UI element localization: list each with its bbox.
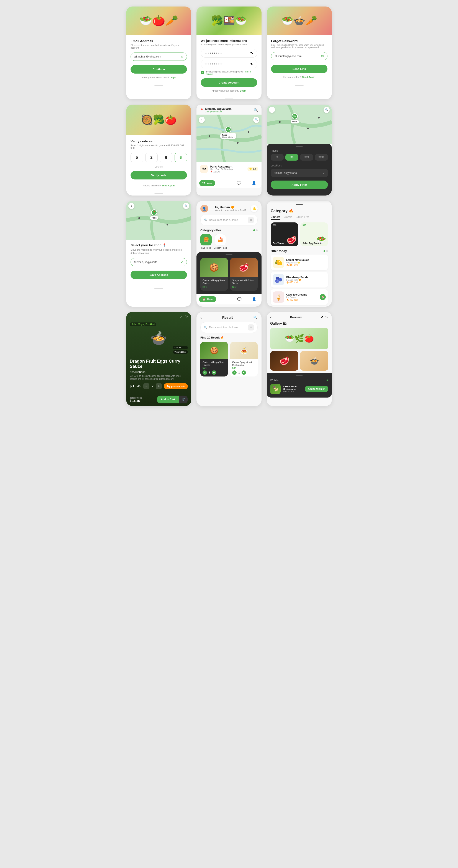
- heart-button[interactable]: ♡: [185, 315, 188, 319]
- otp-digit-2[interactable]: 2: [145, 153, 158, 162]
- back-button[interactable]: ‹: [130, 315, 131, 319]
- send-again-link[interactable]: Send Again: [162, 184, 174, 187]
- price-btn-4[interactable]: $$$$: [315, 154, 328, 161]
- nav-maps[interactable]: 🗺 Maps: [199, 180, 215, 186]
- otp-digit-3[interactable]: 6: [160, 153, 172, 162]
- pagination-dots: [253, 229, 258, 231]
- offer-item-2[interactable]: 🫐 Blackberry Sands Fresh Fruits 🧡 🔥 450 …: [271, 272, 328, 287]
- tab-gluten-free[interactable]: Gluten Free: [296, 215, 309, 220]
- login-link[interactable]: Login: [170, 76, 176, 79]
- search-icon-map[interactable]: 🔍: [254, 108, 258, 112]
- email-input[interactable]: ali.muhtar@yahoo.com ✉: [131, 53, 187, 61]
- featured-beef-steak[interactable]: $78 🥩 Beef Steak: [271, 222, 298, 246]
- offer-2-sub: Fresh Fruits 🧡: [286, 279, 326, 281]
- qty-control: − 2 +: [202, 370, 216, 375]
- offer-1-cal: 🔥 340 kcal: [286, 264, 326, 266]
- nav-profile[interactable]: 👤: [249, 180, 259, 186]
- send-link-button[interactable]: Send Link: [271, 65, 327, 73]
- food-card-2[interactable]: 🥩 Spicy meat with Citrus Sauce $87: [230, 258, 258, 291]
- preview-actions: ↗ ♡: [320, 315, 328, 319]
- result-food-2[interactable]: 🍝 Classic Spaghett with Mushrooms $34 − …: [230, 342, 258, 376]
- location-input[interactable]: Sleman, Yogyakarta ✓: [271, 169, 328, 177]
- promo-code-button[interactable]: Try promo code: [164, 383, 188, 389]
- email-input[interactable]: ali.muhtar@yahoo.com ✉: [271, 52, 327, 60]
- filter-button[interactable]: ⚙: [248, 217, 254, 223]
- otp-digit-1[interactable]: 5: [131, 153, 143, 162]
- location-content: Select your location 📍 Move the map pin …: [126, 240, 191, 286]
- offer-item-1[interactable]: 🍋 Lemot Mate Sauce Vegetarian ⭐ 🔥 340 kc…: [271, 254, 328, 270]
- featured-salad[interactable]: 🥗 Salad Egg Peanut $98: [300, 222, 328, 246]
- filter-button[interactable]: ⚙: [248, 324, 254, 331]
- qty-plus-btn[interactable]: +: [156, 383, 162, 389]
- offer-3-add-btn[interactable]: 🏠: [320, 294, 326, 300]
- save-address-button[interactable]: Save Address: [131, 271, 187, 279]
- add-to-cart-button[interactable]: Add to Cart: [157, 396, 179, 403]
- map-back-button[interactable]: ‹: [199, 117, 205, 123]
- map-search-button[interactable]: 🔍: [183, 203, 189, 209]
- map-search-button[interactable]: 🔍: [324, 107, 330, 113]
- tab-classic[interactable]: Classic: [284, 215, 292, 220]
- qty-minus-btn[interactable]: −: [202, 370, 207, 375]
- back-button[interactable]: ‹: [270, 315, 271, 319]
- location-input[interactable]: Sleman, Yogyakarta ✓: [131, 258, 187, 266]
- nav-chat[interactable]: 💬: [235, 296, 244, 302]
- nav-profile[interactable]: 👤: [250, 296, 259, 302]
- add-to-wishlist-button[interactable]: Add to Wishlist: [305, 386, 328, 392]
- search-bar[interactable]: 🔍 Restaurant, food & drinks ⚙: [200, 215, 258, 225]
- qty-plus-btn[interactable]: +: [241, 370, 246, 375]
- login-link[interactable]: Login: [240, 89, 247, 92]
- svg-point-10: [167, 224, 168, 225]
- category-header: Category 🔥: [267, 205, 332, 215]
- gallery-img-2[interactable]: 🥩: [270, 351, 298, 371]
- svg-point-6: [307, 128, 309, 129]
- continue-button[interactable]: Continue: [131, 65, 187, 73]
- notification-button[interactable]: 🔔: [251, 205, 258, 212]
- dot-1: [324, 250, 325, 252]
- category-fast-food[interactable]: 🍔 Fast Food: [200, 234, 211, 249]
- qty-minus-btn[interactable]: −: [232, 370, 237, 375]
- confirm-password-input[interactable]: •••••••••• 👁: [201, 60, 257, 68]
- food-card-1[interactable]: 🍪 Cooked with egg Sweet Cookies $51: [200, 258, 228, 291]
- kcal-info: Kcal 150: [173, 346, 188, 349]
- search-button[interactable]: 🔍: [253, 315, 258, 320]
- gallery-img-1[interactable]: 🥗🌿🍅: [270, 328, 328, 349]
- preview-screen: ‹ Preview ↗ ♡ Gallery 🖼 🥗🌿🍅 🥩 🍲 Whislist: [267, 312, 332, 406]
- qty-minus-btn[interactable]: −: [143, 383, 150, 389]
- heart-button[interactable]: ♡: [325, 315, 328, 319]
- share-button[interactable]: ↗: [320, 315, 323, 319]
- send-again-link[interactable]: Send Again: [302, 76, 315, 78]
- category-dessert[interactable]: 🍰 Dessert Food: [214, 234, 227, 249]
- share-button[interactable]: ↗: [180, 315, 183, 319]
- prices-title: Prices: [271, 149, 328, 152]
- nav-menu[interactable]: ☰: [221, 180, 229, 186]
- cart-icon-button[interactable]: 🛒: [179, 396, 188, 403]
- drag-handle: [296, 375, 303, 376]
- change-location-link[interactable]: Change Locations: [205, 111, 231, 113]
- nav-chat[interactable]: 💬: [234, 180, 244, 186]
- password-input[interactable]: •••••••••• 👁: [201, 49, 257, 58]
- food-card-2-name: Spicy meat with Citrus Sauce: [232, 279, 256, 285]
- search-bar[interactable]: 🔍 Restaurant, food & drinks ⚙: [200, 322, 258, 333]
- food-card-1-price: $51: [202, 286, 226, 289]
- create-account-button[interactable]: Create Account: [201, 78, 257, 87]
- verify-button[interactable]: Verify code: [131, 171, 187, 180]
- map-back-button[interactable]: ‹: [128, 203, 134, 209]
- apply-filter-button[interactable]: Apply Filter: [271, 181, 328, 189]
- dragon-content: Dragon Fruit Eggs Curry Sauce Descriptio…: [126, 355, 191, 393]
- nav-menu[interactable]: ☰: [221, 296, 229, 302]
- tab-dinners[interactable]: Dinners: [271, 215, 281, 220]
- result-food-1[interactable]: 🍪 Cooked with egg Sweet Cookies $34 − 2 …: [200, 342, 228, 376]
- price-btn-1[interactable]: $: [271, 154, 284, 161]
- offer-item-3[interactable]: 🍦 Cake Ice Creams Ice Cream 🔥 400 kcal 🏠: [271, 289, 328, 305]
- nav-home[interactable]: 🏠 Home: [199, 296, 216, 302]
- create-account-screen: 🥦🍱🥗 We just need more informations To fi…: [196, 6, 262, 99]
- back-button[interactable]: ‹: [200, 315, 202, 320]
- map-search-button[interactable]: 🔍: [253, 117, 259, 123]
- qty-plus-btn[interactable]: +: [212, 370, 216, 375]
- otp-digit-4[interactable]: 6: [174, 153, 187, 162]
- price-btn-3[interactable]: $$$: [300, 154, 313, 161]
- gallery-img-3[interactable]: 🍲: [300, 351, 328, 371]
- price-btn-2[interactable]: $$: [285, 154, 298, 161]
- map-back-button[interactable]: ‹: [269, 107, 275, 113]
- fast-food-icon: 🍔: [203, 237, 209, 243]
